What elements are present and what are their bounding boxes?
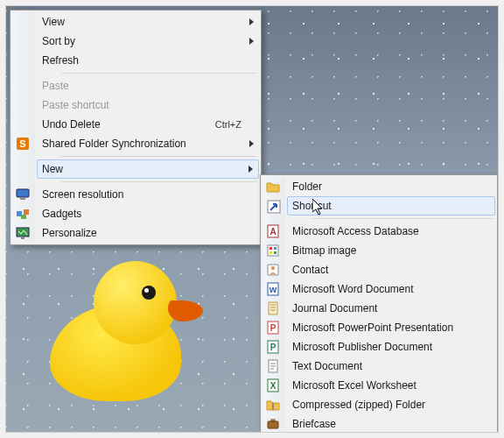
excel-icon: X bbox=[266, 378, 280, 392]
menu-item-paste-shortcut: Paste shortcut bbox=[37, 95, 259, 115]
chevron-right-icon bbox=[249, 18, 254, 25]
briefcase-icon bbox=[266, 417, 280, 431]
new-submenu[interactable]: Folder Shortcut A Microsoft Access Datab… bbox=[260, 174, 498, 433]
menu-label: Paste shortcut bbox=[42, 99, 242, 111]
svg-rect-37 bbox=[271, 420, 275, 421]
menu-item-gadgets[interactable]: Gadgets bbox=[37, 204, 259, 223]
chevron-right-icon bbox=[249, 38, 254, 45]
menu-label: View bbox=[42, 16, 242, 28]
menu-label: Personalize bbox=[42, 227, 242, 239]
menu-label: Journal Document bbox=[292, 302, 478, 314]
menu-label: Microsoft Access Database bbox=[292, 225, 478, 237]
menu-label: New bbox=[42, 163, 242, 175]
chevron-right-icon bbox=[248, 166, 253, 173]
menu-label: Text Document bbox=[292, 360, 478, 372]
publisher-icon: P bbox=[266, 340, 280, 354]
bitmap-icon bbox=[266, 244, 280, 258]
svg-text:S: S bbox=[19, 138, 25, 149]
chevron-right-icon bbox=[249, 140, 254, 147]
svg-rect-6 bbox=[21, 215, 26, 219]
menu-separator bbox=[61, 156, 257, 157]
menu-item-shared-folder-sync[interactable]: S Shared Folder Synchronization bbox=[37, 134, 259, 153]
menu-item-refresh[interactable]: Refresh bbox=[37, 51, 259, 70]
menu-item-personalize[interactable]: Personalize bbox=[37, 223, 259, 243]
desktop-wallpaper: groovyPost.com View Sort by Refresh Past… bbox=[5, 5, 499, 433]
submenu-item-bitmap[interactable]: Bitmap image bbox=[287, 241, 495, 260]
svg-rect-15 bbox=[270, 251, 272, 254]
menu-label: Folder bbox=[292, 180, 478, 193]
rubber-duck-image bbox=[41, 261, 199, 401]
submenu-item-access[interactable]: A Microsoft Access Database bbox=[287, 222, 495, 241]
menu-separator bbox=[312, 218, 494, 219]
shortcut-icon bbox=[267, 200, 281, 214]
svg-rect-12 bbox=[268, 245, 278, 256]
menu-label: Microsoft Word Document bbox=[292, 283, 478, 295]
menu-label: Refresh bbox=[42, 54, 242, 67]
menu-item-paste: Paste bbox=[37, 76, 259, 95]
menu-label: Microsoft Excel Worksheet bbox=[292, 379, 478, 392]
menu-item-sort-by[interactable]: Sort by bbox=[37, 32, 259, 51]
folder-icon bbox=[266, 180, 280, 194]
submenu-item-word[interactable]: W Microsoft Word Document bbox=[287, 279, 495, 299]
svg-rect-35 bbox=[272, 403, 274, 410]
submenu-item-briefcase[interactable]: Briefcase bbox=[287, 414, 495, 433]
svg-text:A: A bbox=[270, 227, 276, 237]
svg-rect-16 bbox=[274, 251, 276, 254]
menu-label: Paste bbox=[42, 80, 242, 92]
submenu-item-powerpoint[interactable]: P Microsoft PowerPoint Presentation bbox=[287, 318, 495, 337]
menu-item-new[interactable]: New bbox=[37, 159, 259, 179]
desktop-context-menu[interactable]: View Sort by Refresh Paste Paste shortcu… bbox=[10, 10, 262, 245]
journal-icon bbox=[266, 301, 280, 315]
menu-label: Microsoft PowerPoint Presentation bbox=[292, 321, 478, 334]
word-icon: W bbox=[266, 282, 280, 296]
menu-label: Compressed (zipped) Folder bbox=[292, 399, 478, 411]
menu-label: Sort by bbox=[42, 35, 242, 47]
monitor-icon bbox=[16, 187, 30, 201]
menu-shortcut: Ctrl+Z bbox=[215, 119, 242, 130]
svg-rect-21 bbox=[269, 302, 277, 314]
menu-label: Microsoft Publisher Document bbox=[292, 341, 478, 353]
menu-separator bbox=[61, 181, 257, 182]
gadgets-icon bbox=[16, 207, 30, 221]
zip-icon bbox=[266, 398, 280, 412]
svg-rect-13 bbox=[270, 247, 272, 250]
svg-rect-2 bbox=[17, 189, 29, 197]
menu-separator bbox=[61, 73, 257, 74]
svg-point-18 bbox=[271, 266, 275, 270]
sync-icon: S bbox=[16, 137, 30, 151]
mouse-cursor-icon bbox=[312, 199, 325, 216]
svg-rect-14 bbox=[274, 247, 276, 250]
svg-rect-5 bbox=[24, 209, 29, 215]
menu-item-undo-delete[interactable]: Undo Delete Ctrl+Z bbox=[37, 115, 259, 134]
submenu-item-folder[interactable]: Folder bbox=[287, 177, 495, 196]
submenu-item-text[interactable]: Text Document bbox=[287, 357, 495, 376]
personalize-icon bbox=[16, 226, 30, 240]
menu-label: Screen resolution bbox=[42, 188, 242, 201]
svg-text:W: W bbox=[270, 286, 277, 294]
access-icon: A bbox=[266, 224, 280, 238]
submenu-item-contact[interactable]: Contact bbox=[287, 260, 495, 279]
menu-label: Briefcase bbox=[292, 418, 478, 430]
menu-item-view[interactable]: View bbox=[37, 12, 259, 32]
submenu-item-publisher[interactable]: P Microsoft Publisher Document bbox=[287, 337, 495, 357]
menu-label: Gadgets bbox=[42, 208, 242, 220]
submenu-item-excel[interactable]: X Microsoft Excel Worksheet bbox=[287, 376, 495, 395]
svg-text:X: X bbox=[270, 381, 276, 391]
svg-text:P: P bbox=[270, 323, 276, 333]
svg-rect-3 bbox=[20, 198, 25, 200]
contact-icon bbox=[266, 263, 280, 277]
text-icon bbox=[266, 359, 280, 373]
svg-text:P: P bbox=[270, 343, 276, 352]
svg-rect-8 bbox=[21, 237, 24, 239]
menu-label: Undo Delete bbox=[42, 118, 215, 131]
powerpoint-icon: P bbox=[266, 321, 280, 335]
submenu-item-journal[interactable]: Journal Document bbox=[287, 299, 495, 318]
submenu-item-zip[interactable]: Compressed (zipped) Folder bbox=[287, 395, 495, 414]
svg-rect-36 bbox=[268, 421, 278, 428]
menu-label: Shared Folder Synchronization bbox=[42, 138, 242, 150]
menu-item-screen-resolution[interactable]: Screen resolution bbox=[37, 185, 259, 204]
menu-label: Bitmap image bbox=[292, 244, 478, 257]
menu-label: Contact bbox=[292, 264, 478, 276]
